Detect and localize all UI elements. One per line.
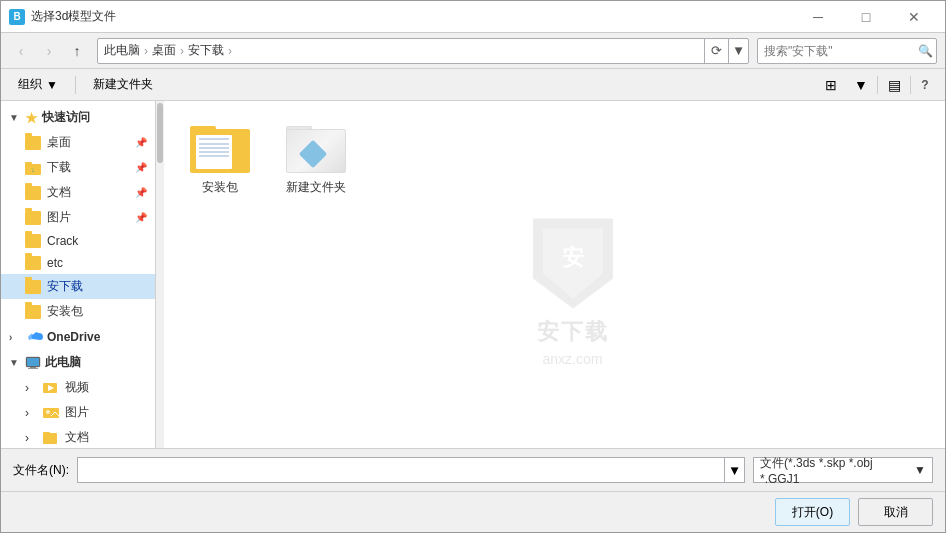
svg-text:↓: ↓ <box>31 166 35 173</box>
sidebar-item-download[interactable]: ↓ 下载 📌 <box>1 155 155 180</box>
filename-dropdown-button[interactable]: ▼ <box>724 458 744 482</box>
address-bar[interactable]: 此电脑 › 桌面 › 安下载 › ⟳ ▼ <box>97 38 749 64</box>
title-bar-buttons: ─ □ ✕ <box>795 1 937 33</box>
anzaixi-label: 安下载 <box>47 278 83 295</box>
filename-bar: 文件名(N): ▼ 文件(*.3ds *.skp *.obj *.GGJ1 ▼ <box>1 448 945 491</box>
view-separator <box>877 76 878 94</box>
onedrive-expand-icon: › <box>9 332 21 343</box>
new-folder-icon <box>286 121 346 173</box>
search-bar[interactable]: 🔍 <box>757 38 937 64</box>
breadcrumb-pc[interactable]: 此电脑 <box>104 42 140 59</box>
quick-access-expand-icon: ▼ <box>9 112 21 123</box>
documents-label: 文档 <box>47 184 71 201</box>
sidebar-item-crack[interactable]: Crack <box>1 230 155 252</box>
filetype-dropdown-icon: ▼ <box>914 463 926 477</box>
breadcrumb-sep-2: › <box>180 44 184 58</box>
window-title: 选择3d模型文件 <box>31 8 795 25</box>
file-item-package[interactable]: 安装包 <box>180 117 260 200</box>
address-dropdown-button[interactable]: ▼ <box>728 39 748 63</box>
desktop-pin-icon: 📌 <box>135 137 147 148</box>
main-content: ▼ ★ 快速访问 桌面 📌 <box>1 101 945 448</box>
anzaixi-folder-icon <box>25 280 41 294</box>
docs-pin-icon: 📌 <box>135 187 147 198</box>
sidebar-item-pictures[interactable]: 图片 📌 <box>1 205 155 230</box>
sidebar-item-docs[interactable]: › 文档 <box>1 425 155 448</box>
help-button[interactable]: ? <box>913 73 937 97</box>
up-button[interactable]: ↑ <box>65 39 89 63</box>
navigation-toolbar: ‹ › ↑ 此电脑 › 桌面 › 安下载 › ⟳ ▼ 🔍 <box>1 33 945 69</box>
videos-label: 视频 <box>65 379 89 396</box>
watermark: 安 安下载 anxz.com <box>528 213 618 367</box>
search-input[interactable] <box>764 44 914 58</box>
download-pin-icon: 📌 <box>135 162 147 173</box>
organize-button[interactable]: 组织 ▼ <box>9 73 67 97</box>
new-folder-button[interactable]: 新建文件夹 <box>84 73 162 97</box>
photos-expand: › <box>25 406 37 420</box>
open-button[interactable]: 打开(O) <box>775 498 850 526</box>
sidebar-item-videos[interactable]: › 视频 <box>1 375 155 400</box>
toolbar-separator <box>75 76 76 94</box>
folder-paper <box>196 135 232 169</box>
video-icon <box>43 381 59 395</box>
this-pc-label: 此电脑 <box>45 354 81 371</box>
this-pc-expand-icon: ▼ <box>9 357 21 368</box>
back-button[interactable]: ‹ <box>9 39 33 63</box>
forward-button[interactable]: › <box>37 39 61 63</box>
sidebar-this-pc-header[interactable]: ▼ 此电脑 <box>1 350 155 375</box>
desktop-folder-icon <box>25 136 41 150</box>
cancel-button[interactable]: 取消 <box>858 498 933 526</box>
filename-input[interactable] <box>78 458 724 482</box>
download-folder-icon: ↓ <box>25 161 41 175</box>
sidebar-this-pc-section: ▼ 此电脑 › <box>1 350 155 448</box>
sidebar-quick-access-header[interactable]: ▼ ★ 快速访问 <box>1 105 155 130</box>
sidebar-item-desktop[interactable]: 桌面 📌 <box>1 130 155 155</box>
address-refresh-button[interactable]: ⟳ <box>704 39 728 63</box>
sidebar-item-documents[interactable]: 文档 📌 <box>1 180 155 205</box>
close-button[interactable]: ✕ <box>891 1 937 33</box>
svg-point-10 <box>46 410 50 414</box>
filetype-select[interactable]: 文件(*.3ds *.skp *.obj *.GGJ1 ▼ <box>753 457 933 483</box>
filename-input-container[interactable]: ▼ <box>77 457 745 483</box>
main-window: B 选择3d模型文件 ─ □ ✕ ‹ › ↑ 此电脑 › 桌面 › 安下载 › <box>0 0 946 533</box>
details-view-button[interactable]: ▤ <box>880 73 908 97</box>
sidebar-onedrive-header[interactable]: › OneDrive <box>1 326 155 348</box>
watermark-shield-svg: 安 <box>528 213 618 313</box>
breadcrumb-sep-3: › <box>228 44 232 58</box>
sidebar: ▼ ★ 快速访问 桌面 📌 <box>1 101 156 448</box>
breadcrumb: 此电脑 › 桌面 › 安下载 › <box>104 42 234 59</box>
breadcrumb-desktop[interactable]: 桌面 <box>152 42 176 59</box>
docs-expand: › <box>25 431 37 445</box>
star-icon: ★ <box>25 110 38 126</box>
organize-label: 组织 <box>18 76 42 93</box>
sidebar-item-anzaixi[interactable]: 安下载 <box>1 274 155 299</box>
watermark-text: 安下载 <box>537 317 609 347</box>
pictures-label: 图片 <box>47 209 71 226</box>
folder-body <box>190 129 250 173</box>
breadcrumb-sep-1: › <box>144 44 148 58</box>
computer-icon <box>25 356 41 370</box>
docs-label-pc: 文档 <box>65 429 89 446</box>
minimize-button[interactable]: ─ <box>795 1 841 33</box>
svg-rect-12 <box>43 432 50 436</box>
view-dropdown-button[interactable]: ▼ <box>847 73 875 97</box>
photo-icon <box>43 406 59 420</box>
download-label: 下载 <box>47 159 71 176</box>
action-buttons-bar: 打开(O) 取消 <box>1 491 945 532</box>
new-folder-file-label: 新建文件夹 <box>286 179 346 196</box>
desktop-label: 桌面 <box>47 134 71 151</box>
maximize-button[interactable]: □ <box>843 1 889 33</box>
svg-rect-4 <box>27 358 39 366</box>
files-grid: 安装包 新建文件夹 <box>180 117 929 200</box>
pics-folder-icon <box>25 211 41 225</box>
breadcrumb-current[interactable]: 安下载 <box>188 42 224 59</box>
address-breadcrumb-container[interactable]: 此电脑 › 桌面 › 安下载 › <box>98 39 704 63</box>
sidebar-item-etc[interactable]: etc <box>1 252 155 274</box>
organize-dropdown-icon: ▼ <box>46 78 58 92</box>
file-item-new-folder[interactable]: 新建文件夹 <box>276 117 356 200</box>
svg-text:安: 安 <box>560 245 584 270</box>
filename-label: 文件名(N): <box>13 462 69 479</box>
sidebar-item-photos[interactable]: › 图片 <box>1 400 155 425</box>
new-folder-label: 新建文件夹 <box>93 76 153 93</box>
sidebar-item-package[interactable]: 安装包 <box>1 299 155 324</box>
view-icon-button[interactable]: ⊞ <box>817 73 845 97</box>
